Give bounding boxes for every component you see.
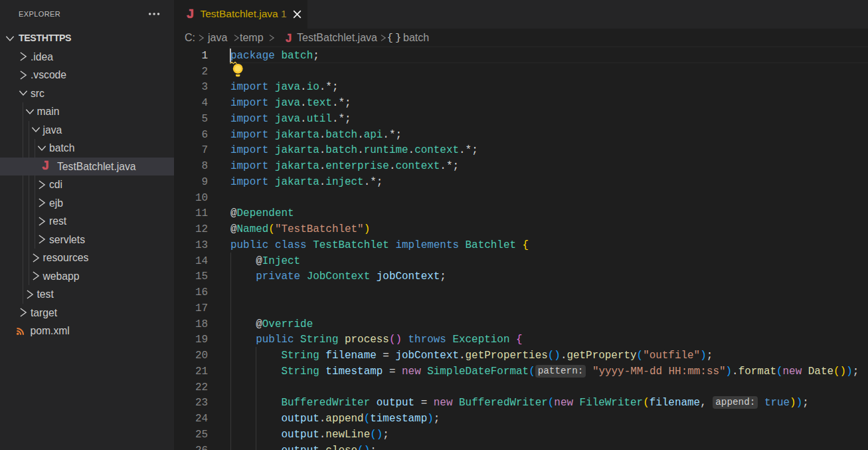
svg-text:J: J [187, 9, 194, 20]
svg-text:J: J [42, 160, 48, 171]
svg-text:J: J [285, 33, 291, 44]
